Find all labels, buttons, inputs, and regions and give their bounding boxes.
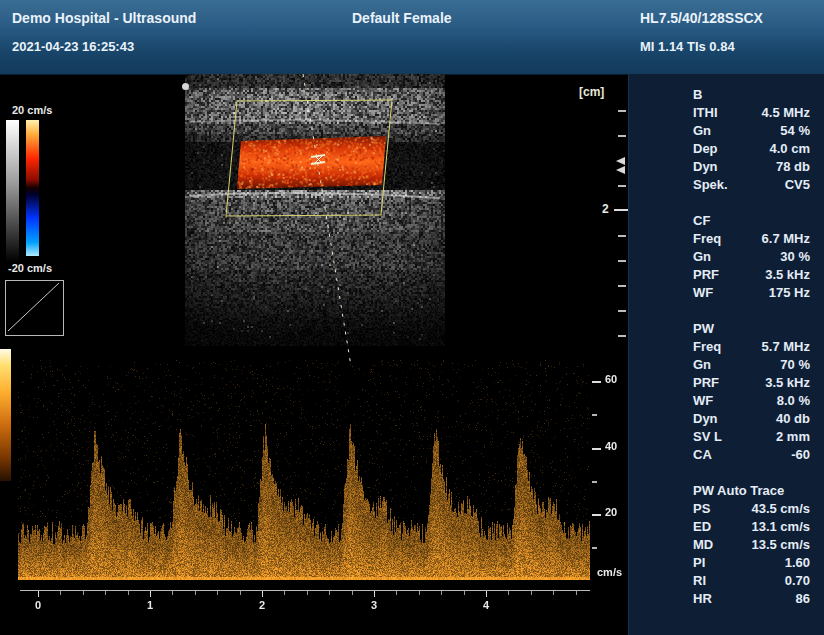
param-value: 8.0 %	[777, 392, 810, 410]
param-value: 3.5 kHz	[765, 266, 810, 284]
param-section-title: PW Auto Trace	[693, 482, 810, 500]
time-axis-minor-tick	[576, 591, 577, 595]
param-label: PI	[693, 554, 705, 572]
gray-curve-box	[5, 280, 64, 336]
time-axis-minor-tick	[128, 591, 129, 595]
param-value: 5.7 MHz	[762, 338, 810, 356]
time-axis-tick	[150, 591, 151, 597]
param-row: Dep4.0 cm	[693, 140, 810, 158]
time-axis-minor-tick	[307, 591, 308, 595]
param-row: Gn30 %	[693, 248, 810, 266]
velocity-tick	[592, 448, 601, 450]
sample-gate-icon[interactable]	[311, 155, 325, 164]
param-label: Dep	[693, 140, 718, 158]
velocity-tick-label: 60	[605, 373, 617, 385]
time-axis-minor-tick	[83, 591, 84, 595]
param-value: CV5	[785, 176, 810, 194]
param-label: MD	[693, 536, 713, 554]
param-section-title: B	[693, 86, 810, 104]
time-axis-minor-tick	[240, 591, 241, 595]
param-value: 2 mm	[776, 428, 810, 446]
param-label: Freq	[693, 338, 721, 356]
param-row: Gn54 %	[693, 122, 810, 140]
param-row: CA-60	[693, 446, 810, 464]
ultrasound-screen: Demo Hospital - Ultrasound 2021-04-23 16…	[0, 0, 824, 635]
param-row: Dyn40 db	[693, 410, 810, 428]
param-row: Spek.CV5	[693, 176, 810, 194]
time-axis-minor-tick	[60, 591, 61, 595]
param-value: 70 %	[780, 356, 810, 374]
time-axis-minor-tick	[217, 591, 218, 595]
param-section-auto-trace: PW Auto TracePS43.5 cm/sED13.1 cm/sMD13.…	[693, 482, 810, 608]
time-axis-minor-tick	[396, 591, 397, 595]
time-axis-line	[20, 590, 590, 591]
pw-spectrum-display[interactable]	[18, 360, 590, 582]
param-row: Freq5.7 MHz	[693, 338, 810, 356]
param-row: ITHI4.5 MHz	[693, 104, 810, 122]
header-probe-section: HL7.5/40/128SSCX MI 1.14 TIs 0.84	[628, 0, 824, 75]
color-doppler-bar	[26, 120, 39, 256]
velocity-tick	[592, 514, 601, 516]
doppler-cursor-line[interactable]	[303, 74, 351, 366]
param-label: RI	[693, 572, 706, 590]
param-value: 86	[796, 590, 810, 608]
time-axis-minor-tick	[329, 591, 330, 595]
param-row: HR86	[693, 590, 810, 608]
cf-roi-box[interactable]	[226, 100, 392, 216]
param-value: 6.7 MHz	[762, 230, 810, 248]
param-label: Freq	[693, 230, 721, 248]
param-label: Dyn	[693, 410, 718, 428]
param-value: 54 %	[780, 122, 810, 140]
param-value: 43.5 cm/s	[751, 500, 810, 518]
time-axis-label: 3	[371, 599, 377, 611]
param-label: PS	[693, 500, 710, 518]
param-label: Gn	[693, 356, 711, 374]
bmode-overlay	[185, 74, 445, 366]
param-label: Spek.	[693, 176, 728, 194]
param-label: Dyn	[693, 158, 718, 176]
time-axis-minor-tick	[531, 591, 532, 595]
probe-model: HL7.5/40/128SSCX	[640, 10, 763, 26]
time-axis-minor-tick	[105, 591, 106, 595]
time-axis-label: 1	[147, 599, 153, 611]
bmode-image-area[interactable]	[185, 74, 445, 346]
facility-name: Demo Hospital - Ultrasound	[12, 10, 196, 26]
velocity-minor-tick	[592, 547, 597, 549]
param-label: WF	[693, 392, 713, 410]
time-axis-label: 4	[483, 599, 489, 611]
param-label: ITHI	[693, 104, 718, 122]
time-axis-minor-tick	[508, 591, 509, 595]
param-value: 13.1 cm/s	[751, 518, 810, 536]
time-axis-tick	[374, 591, 375, 597]
param-value: 0.70	[785, 572, 810, 590]
param-row: PS43.5 cm/s	[693, 500, 810, 518]
param-value: 3.5 kHz	[765, 374, 810, 392]
header-facility-section: Demo Hospital - Ultrasound 2021-04-23 16…	[0, 0, 342, 75]
time-axis-label: 0	[35, 599, 41, 611]
param-row: Gn70 %	[693, 356, 810, 374]
param-section-b: BITHI4.5 MHzGn54 %Dep4.0 cmDyn78 dbSpek.…	[693, 86, 810, 194]
param-value: 78 db	[776, 158, 810, 176]
parameter-panel: BITHI4.5 MHzGn54 %Dep4.0 cmDyn78 dbSpek.…	[628, 74, 824, 635]
gray-curve-icon	[6, 281, 61, 333]
param-section-pw: PWFreq5.7 MHzGn70 %PRF3.5 kHzWF8.0 %Dyn4…	[693, 320, 810, 464]
time-axis-minor-tick	[284, 591, 285, 595]
param-section-title: CF	[693, 212, 810, 230]
param-row: SV L2 mm	[693, 428, 810, 446]
param-row: WF8.0 %	[693, 392, 810, 410]
time-axis-label: 2	[259, 599, 265, 611]
param-label: HR	[693, 590, 712, 608]
time-axis-minor-tick	[464, 591, 465, 595]
param-row: RI0.70	[693, 572, 810, 590]
time-axis-tick	[486, 591, 487, 597]
exam-datetime: 2021-04-23 16:25:43	[12, 39, 134, 54]
param-row: Freq6.7 MHz	[693, 230, 810, 248]
param-value: 13.5 cm/s	[751, 536, 810, 554]
param-value: 40 db	[776, 410, 810, 428]
grayscale-bar	[6, 120, 19, 262]
param-value: -60	[791, 446, 810, 464]
header-patient-section: Default Female	[340, 0, 630, 75]
param-value: 1.60	[785, 554, 810, 572]
time-axis-tick	[262, 591, 263, 597]
param-label: WF	[693, 284, 713, 302]
